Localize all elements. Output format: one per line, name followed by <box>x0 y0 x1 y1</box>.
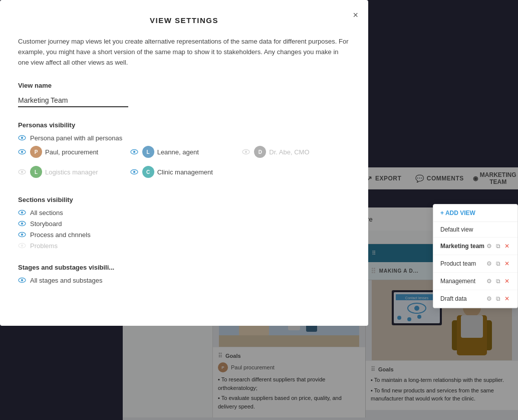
svg-point-17 <box>21 234 23 236</box>
svg-point-15 <box>21 223 23 225</box>
copy-button-marketing[interactable]: ⧉ <box>495 242 501 251</box>
stages-visibility-label: Stages and substages visibili... <box>18 264 350 271</box>
copy-button-product[interactable]: ⧉ <box>495 259 501 268</box>
svg-point-19 <box>21 245 23 247</box>
add-view-button[interactable]: + ADD VIEW <box>433 204 517 222</box>
delete-button-draft[interactable]: ✕ <box>503 294 510 303</box>
eye-icon-all-sections[interactable] <box>18 208 26 217</box>
eye-icon-logistics[interactable] <box>18 168 26 176</box>
eye-icon-storyboard[interactable] <box>18 220 26 228</box>
persona-clinic-name: Clinic management <box>157 168 213 176</box>
eye-icon-paul[interactable] <box>18 148 26 156</box>
persona-logistics-name: Logistics manager <box>45 168 98 176</box>
process-section-label: Process and chnnels <box>30 231 91 239</box>
delete-button-management[interactable]: ✕ <box>503 277 510 286</box>
eye-icon-problems[interactable] <box>18 242 26 250</box>
default-view-label: Default view <box>440 226 510 233</box>
avatar-leanne: L <box>142 146 154 158</box>
all-stages-label: All stages and substages <box>30 277 103 284</box>
all-sections-label: All sections <box>30 209 63 217</box>
svg-point-13 <box>21 212 23 214</box>
all-stages-item: All stages and substages <box>18 276 350 284</box>
view-name-label: View name <box>18 82 350 89</box>
delete-button-marketing[interactable]: ✕ <box>503 242 510 251</box>
marketing-team-actions: ⚙ ⧉ ✕ <box>485 242 510 251</box>
persona-logistics: L Logistics manager <box>18 166 126 178</box>
eye-icon-all-stages[interactable] <box>18 276 26 284</box>
gear-button-marketing[interactable]: ⚙ <box>485 242 493 251</box>
gear-button-draft[interactable]: ⚙ <box>485 294 493 303</box>
draft-data-actions: ⚙ ⧉ ✕ <box>485 294 510 303</box>
marketing-team-view-label: Marketing team <box>440 243 485 250</box>
avatar-logistics: L <box>30 166 42 178</box>
copy-button-management[interactable]: ⧉ <box>495 277 501 286</box>
all-personas-label: Persona panel with all personas <box>30 134 122 142</box>
persona-leanne-name: Leanne, agent <box>157 148 199 156</box>
svg-point-5 <box>133 151 135 153</box>
modal-description: Customer journey map views let you creat… <box>18 37 350 68</box>
view-name-input[interactable] <box>18 94 128 107</box>
stages-visibility-section: Stages and substages visibili... All sta… <box>18 264 350 284</box>
problems-section-label: Problems <box>30 242 58 250</box>
avatar-drabe: D <box>254 146 266 158</box>
management-view-label: Management <box>440 278 485 285</box>
delete-button-product[interactable]: ✕ <box>503 259 510 268</box>
eye-icon-all[interactable] <box>18 134 26 142</box>
dropdown-management[interactable]: Management ⚙ ⧉ ✕ <box>433 273 517 290</box>
dropdown-draft-data[interactable]: Draft data ⚙ ⧉ ✕ <box>433 290 517 308</box>
storyboard-section-label: Storyboard <box>30 220 62 228</box>
gear-button-management[interactable]: ⚙ <box>485 277 493 286</box>
product-team-view-label: Product team <box>440 260 485 267</box>
section-problems: Problems <box>18 242 350 250</box>
views-dropdown: + ADD VIEW Default view Marketing team ⚙… <box>433 204 518 308</box>
dropdown-default-view[interactable]: Default view <box>433 222 517 238</box>
eye-icon-clinic[interactable] <box>130 168 138 176</box>
persona-clinic: C Clinic management <box>130 166 238 178</box>
svg-point-21 <box>21 279 23 281</box>
sections-list: All sections Storyboard Process and chnn… <box>18 208 350 250</box>
svg-point-3 <box>21 151 23 153</box>
persona-paul: P Paul, procurement <box>18 146 126 158</box>
svg-point-11 <box>133 171 135 173</box>
persona-drabe: D Dr. Abe, CMO <box>242 146 350 158</box>
view-settings-modal: VIEW SETTINGS × Customer journey map vie… <box>0 0 368 326</box>
avatar-clinic: C <box>142 166 154 178</box>
sections-visibility-label: Sections visibility <box>18 196 350 203</box>
svg-point-1 <box>21 137 23 139</box>
avatar-paul: P <box>30 146 42 158</box>
all-personas-row: Persona panel with all personas <box>18 134 350 142</box>
modal-close-button[interactable]: × <box>353 10 358 21</box>
svg-point-9 <box>21 171 23 173</box>
sections-visibility-section: Sections visibility All sections Storybo… <box>18 196 350 250</box>
dropdown-product-team[interactable]: Product team ⚙ ⧉ ✕ <box>433 255 517 273</box>
modal-title: VIEW SETTINGS <box>18 16 350 25</box>
persona-drabe-name: Dr. Abe, CMO <box>269 148 309 156</box>
gear-button-product[interactable]: ⚙ <box>485 259 493 268</box>
eye-icon-leanne[interactable] <box>130 148 138 156</box>
persona-leanne: L Leanne, agent <box>130 146 238 158</box>
section-all-sections: All sections <box>18 208 350 217</box>
personas-grid: P Paul, procurement L Leanne, agent D <box>18 146 350 182</box>
eye-icon-process[interactable] <box>18 231 26 239</box>
section-storyboard: Storyboard <box>18 220 350 228</box>
persona-paul-name: Paul, procurement <box>45 148 98 156</box>
copy-button-draft[interactable]: ⧉ <box>495 294 501 303</box>
management-actions: ⚙ ⧉ ✕ <box>485 277 510 286</box>
personas-visibility-label: Personas visibility <box>18 121 350 129</box>
section-process: Process and chnnels <box>18 231 350 239</box>
personas-visibility-section: Personas visibility Persona panel with a… <box>18 121 350 182</box>
dropdown-marketing-team[interactable]: Marketing team ⚙ ⧉ ✕ <box>433 238 517 255</box>
svg-point-7 <box>245 151 247 153</box>
product-team-actions: ⚙ ⧉ ✕ <box>485 259 510 268</box>
eye-icon-drabe[interactable] <box>242 148 250 156</box>
draft-data-view-label: Draft data <box>440 295 485 302</box>
